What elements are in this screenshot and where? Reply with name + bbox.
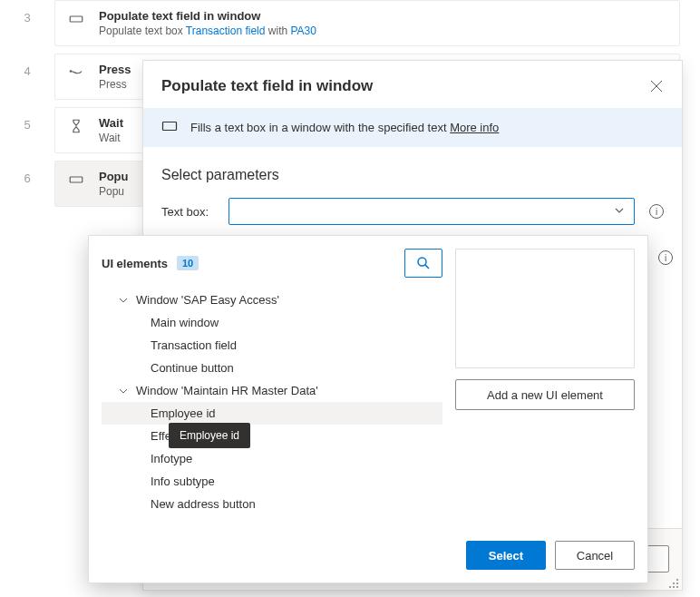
info-icon[interactable]: i — [649, 204, 664, 219]
step-subtitle: Populate text box Transaction field with… — [99, 24, 668, 37]
svg-point-4 — [418, 258, 426, 266]
resize-grip-icon[interactable] — [667, 577, 678, 588]
step-number: 4 — [0, 54, 54, 78]
preview-box — [455, 249, 635, 368]
textbox-icon — [161, 120, 178, 135]
textbox-icon — [66, 9, 86, 29]
step-number: 3 — [0, 0, 54, 24]
info-text: Fills a text box in a window with the sp… — [190, 121, 499, 134]
tree-item[interactable]: Info subtype — [102, 470, 442, 493]
chevron-down-icon — [118, 386, 129, 396]
tree-group-label: Window 'Maintain HR Master Data' — [136, 384, 318, 397]
chevron-down-icon — [118, 295, 129, 306]
close-icon[interactable] — [649, 79, 664, 93]
chevron-down-icon — [614, 205, 625, 219]
ui-elements-picker: UI elements 10 Window 'SAP Easy Access' … — [88, 235, 648, 583]
search-button[interactable] — [404, 249, 442, 278]
section-title: Select parameters — [143, 147, 682, 198]
add-ui-element-button[interactable]: Add a new UI element — [455, 379, 635, 410]
tree-item[interactable]: Effecti — [102, 425, 442, 447]
tree-group[interactable]: Window 'SAP Easy Access' — [102, 289, 442, 311]
ui-elements-tree: Window 'SAP Easy Access' Main window Tra… — [102, 289, 442, 515]
tree-group[interactable]: Window 'Maintain HR Master Data' — [102, 379, 442, 402]
step-card[interactable]: Populate text field in window Populate t… — [54, 0, 680, 46]
step-number: 6 — [0, 161, 54, 185]
more-info-link[interactable]: More info — [450, 121, 499, 134]
select-button[interactable]: Select — [466, 541, 546, 570]
step-title: Populate text field in window — [99, 9, 668, 23]
press-icon — [66, 63, 86, 83]
count-badge: 10 — [177, 256, 199, 270]
cancel-button[interactable]: Cancel — [555, 541, 635, 570]
tree-item[interactable]: Continue button — [102, 357, 442, 379]
tree-item[interactable]: Main window — [102, 311, 442, 334]
tree-group-label: Window 'SAP Easy Access' — [136, 293, 279, 307]
svg-rect-2 — [70, 177, 83, 182]
picker-heading: UI elements — [102, 257, 168, 270]
modal-title: Populate text field in window — [161, 77, 373, 95]
info-icon[interactable]: i — [658, 250, 673, 265]
textbox-dropdown[interactable] — [228, 198, 635, 225]
footer-button-partial[interactable] — [646, 545, 669, 573]
tree-item[interactable]: Infotype — [102, 447, 442, 470]
hourglass-icon — [66, 116, 86, 136]
textbox-icon — [66, 170, 86, 190]
info-bar: Fills a text box in a window with the sp… — [143, 108, 682, 147]
tree-item[interactable]: New address button — [102, 493, 442, 515]
param-label: Text box: — [161, 205, 214, 219]
tree-item[interactable]: Transaction field — [102, 334, 442, 357]
svg-rect-0 — [70, 16, 83, 22]
step-number: 5 — [0, 107, 54, 132]
svg-rect-3 — [163, 122, 177, 131]
tree-item-employee-id[interactable]: Employee id — [102, 402, 442, 425]
